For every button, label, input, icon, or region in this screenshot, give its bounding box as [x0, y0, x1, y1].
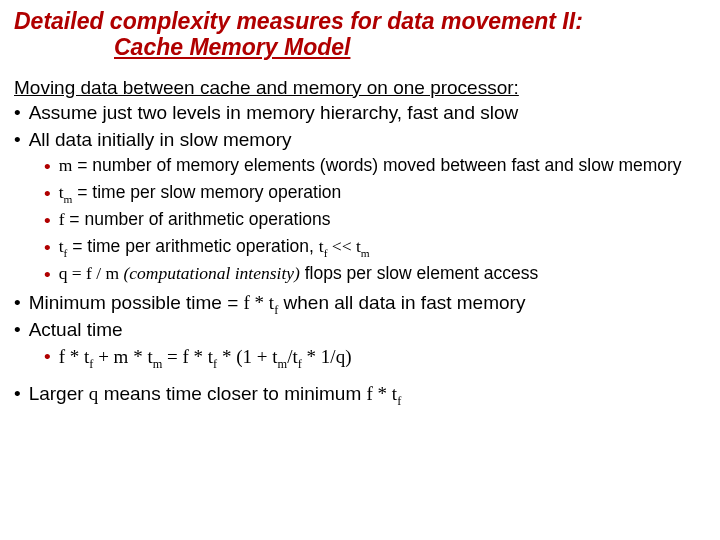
bullet-icon: •	[44, 344, 51, 369]
min-time-post: when all data in fast memory	[278, 292, 525, 313]
q-tail: flops per slow element access	[300, 263, 538, 283]
q-paren: (computational intensity)	[123, 263, 299, 283]
top-bullet-1-text: Assume just two levels in memory hierarc…	[29, 100, 519, 125]
larger-q: • Larger q means time closer to minimum …	[14, 381, 706, 406]
bullet-icon: •	[44, 208, 51, 233]
def-tm-desc: = time per slow memory operation	[72, 182, 341, 202]
actual-time-text: Actual time	[29, 317, 123, 342]
tf-relation: tf << tm	[319, 236, 370, 256]
bullet-icon: •	[14, 290, 21, 315]
min-time-expr: f * tf	[244, 292, 279, 313]
title-line1: Detailed complexity measures for data mo…	[14, 8, 583, 34]
bullet-icon: •	[44, 181, 51, 206]
bullet-icon: •	[44, 235, 51, 260]
actual-time-eq-text: f * tf + m * tm = f * tf * (1 + tm/tf * …	[59, 344, 352, 369]
var-m: m	[59, 155, 73, 175]
def-tm-text: tm = time per slow memory operation	[59, 181, 342, 206]
def-tf: • tf = time per arithmetic operation, tf…	[44, 235, 706, 260]
def-f-desc: = number of arithmetic operations	[64, 209, 330, 229]
bullet-icon: •	[44, 262, 51, 287]
slide-title: Detailed complexity measures for data mo…	[14, 8, 706, 61]
def-m-desc: = number of memory elements (words) move…	[72, 155, 681, 175]
def-tf-desc: = time per arithmetic operation,	[67, 236, 318, 256]
intro-line: Moving data between cache and memory on …	[14, 75, 706, 100]
slide-body: Moving data between cache and memory on …	[14, 75, 706, 406]
larger-q-mid: means time closer to minimum	[98, 383, 366, 404]
def-f-text: f = number of arithmetic operations	[59, 208, 331, 233]
larger-q-expr: f * tf	[367, 383, 402, 404]
bullet-icon: •	[44, 154, 51, 179]
def-q-text: q = f / m (computational intensity) flop…	[59, 262, 539, 287]
actual-time-eq: • f * tf + m * tm = f * tf * (1 + tm/tf …	[14, 344, 706, 369]
top-bullet-2-text: All data initially in slow memory	[29, 127, 292, 152]
def-f: • f = number of arithmetic operations	[44, 208, 706, 233]
title-line2: Cache Memory Model	[14, 34, 350, 60]
def-q: • q = f / m (computational intensity) fl…	[44, 262, 706, 287]
top-bullet-1: • Assume just two levels in memory hiera…	[14, 100, 706, 125]
def-m: • m = number of memory elements (words) …	[44, 154, 706, 179]
min-time-pre: Minimum possible time =	[29, 292, 244, 313]
q-equation: q = f / m	[59, 263, 124, 283]
bullet-icon: •	[14, 317, 21, 342]
min-time-text: Minimum possible time = f * tf when all …	[29, 290, 526, 315]
larger-q-pre: Larger	[29, 383, 89, 404]
bullet-icon: •	[14, 381, 21, 406]
min-time: • Minimum possible time = f * tf when al…	[14, 290, 706, 315]
var-tm: tm	[59, 182, 73, 202]
def-tf-text: tf = time per arithmetic operation, tf <…	[59, 235, 370, 260]
def-tm: • tm = time per slow memory operation	[44, 181, 706, 206]
def-m-text: m = number of memory elements (words) mo…	[59, 154, 682, 179]
var-q: q	[89, 383, 99, 404]
larger-q-text: Larger q means time closer to minimum f …	[29, 381, 402, 406]
actual-time: • Actual time	[14, 317, 706, 342]
bullet-icon: •	[14, 127, 21, 152]
definitions-block: • m = number of memory elements (words) …	[14, 154, 706, 287]
bullet-icon: •	[14, 100, 21, 125]
top-bullet-2: • All data initially in slow memory	[14, 127, 706, 152]
